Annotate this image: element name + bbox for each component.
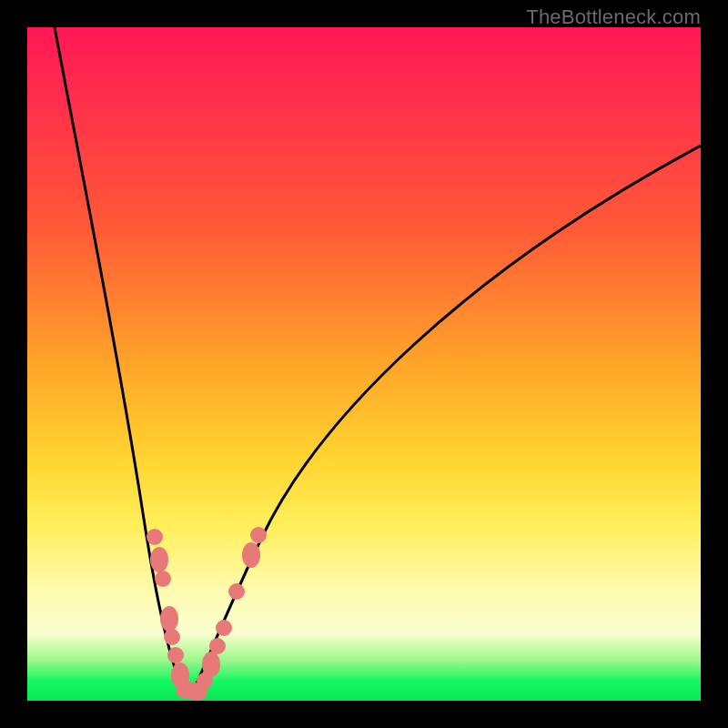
svg-point-12 xyxy=(216,620,232,636)
svg-point-10 xyxy=(202,652,220,677)
curve-layer xyxy=(27,27,701,701)
svg-point-2 xyxy=(155,571,171,587)
svg-point-13 xyxy=(228,583,245,600)
plot-area xyxy=(27,27,701,701)
svg-point-0 xyxy=(147,529,163,545)
left-branch-path xyxy=(55,27,184,692)
svg-point-15 xyxy=(250,527,267,543)
outer-frame: TheBottleneck.com xyxy=(0,0,728,728)
svg-point-14 xyxy=(242,542,260,568)
svg-point-11 xyxy=(209,638,226,654)
right-branch-path xyxy=(193,146,701,692)
svg-point-3 xyxy=(160,606,178,632)
credit-text: TheBottleneck.com xyxy=(526,5,701,29)
svg-point-4 xyxy=(164,629,180,645)
svg-point-5 xyxy=(167,647,184,663)
bead-markers xyxy=(147,527,267,701)
svg-point-1 xyxy=(150,547,168,572)
